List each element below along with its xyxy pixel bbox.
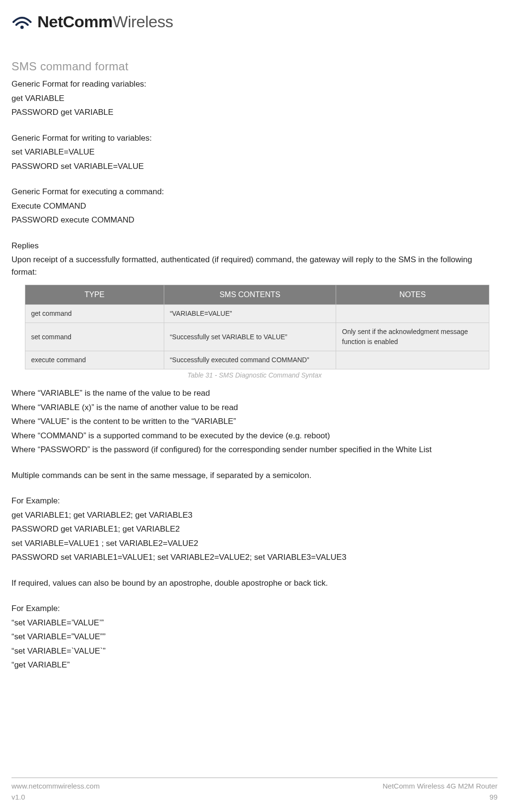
example-line: “set VARIABLE=”VALUE”” xyxy=(11,631,498,643)
where-line: Where “VARIABLE” is the name of the valu… xyxy=(11,387,498,400)
replies-body: Upon receipt of a successfully formatted… xyxy=(11,254,498,278)
where-line: Where “COMMAND” is a supported command t… xyxy=(11,430,498,442)
read-intro: Generic Format for reading variables: xyxy=(11,78,498,90)
read-line-1: get VARIABLE xyxy=(11,92,498,105)
section-heading: SMS command format xyxy=(11,58,498,75)
example-line: “get VARIABLE” xyxy=(11,659,498,671)
th-notes: NOTES xyxy=(336,285,489,305)
table-row: set command “Successfully set VARIABLE t… xyxy=(25,323,489,351)
replies-heading: Replies xyxy=(11,240,498,252)
multi-note: Multiple commands can be sent in the sam… xyxy=(11,469,498,482)
exec-intro: Generic Format for executing a command: xyxy=(11,186,498,198)
footer-right: NetComm Wireless 4G M2M Router 99 xyxy=(383,781,498,802)
exec-line-2: PASSWORD execute COMMAND xyxy=(11,214,498,226)
footer-product: NetComm Wireless 4G M2M Router xyxy=(383,781,498,792)
cell-type: set command xyxy=(25,323,164,351)
footer-url: www.netcommwireless.com xyxy=(11,781,100,792)
cell-contents: “Successfully set VARIABLE to VALUE” xyxy=(164,323,336,351)
th-type: TYPE xyxy=(25,285,164,305)
replies-table: TYPE SMS CONTENTS NOTES get command “VAR… xyxy=(25,285,489,369)
footer-version: v1.0 xyxy=(11,792,100,803)
footer-page: 99 xyxy=(383,792,498,803)
footer-left: www.netcommwireless.com v1.0 xyxy=(11,781,100,802)
table-row: execute command “Successfully executed c… xyxy=(25,351,489,369)
page-footer: www.netcommwireless.com v1.0 NetComm Wir… xyxy=(11,778,498,802)
table-header-row: TYPE SMS CONTENTS NOTES xyxy=(25,285,489,305)
example-line: set VARIABLE=VALUE1 ; set VARIABLE2=VALU… xyxy=(11,537,498,550)
example-line: “set VARIABLE=’VALUE’” xyxy=(11,617,498,629)
write-line-2: PASSWORD set VARIABLE=VALUE xyxy=(11,160,498,173)
svg-point-0 xyxy=(21,25,24,29)
brand-bold: NetComm xyxy=(37,12,113,31)
example-line: get VARIABLE1; get VARIABLE2; get VARIAB… xyxy=(11,509,498,522)
write-line-1: set VARIABLE=VALUE xyxy=(11,146,498,158)
brand-logo: NetCommWireless xyxy=(11,10,498,34)
table-row: get command “VARIABLE=VALUE” xyxy=(25,305,489,323)
example-line: PASSWORD get VARIABLE1; get VARIABLE2 xyxy=(11,523,498,535)
bound-note: If required, values can also be bound by… xyxy=(11,577,498,590)
brand-thin: Wireless xyxy=(113,12,173,31)
where-line: Where “PASSWORD” is the password (if con… xyxy=(11,444,498,456)
brand-text: NetCommWireless xyxy=(37,10,173,34)
th-contents: SMS CONTENTS xyxy=(164,285,336,305)
where-line: Where “VALUE” is the content to be writt… xyxy=(11,415,498,428)
table-caption: Table 31 - SMS Diagnostic Command Syntax xyxy=(11,370,498,380)
cell-contents: “VARIABLE=VALUE” xyxy=(164,305,336,323)
cell-type: get command xyxy=(25,305,164,323)
cell-notes xyxy=(336,351,489,369)
where-line: Where “VARIABLE (x)” is the name of anot… xyxy=(11,401,498,414)
cell-notes: Only sent if the acknowledgment message … xyxy=(336,323,489,351)
cell-contents: “Successfully executed command COMMAND” xyxy=(164,351,336,369)
example-1-heading: For Example: xyxy=(11,495,498,507)
read-line-2: PASSWORD get VARIABLE xyxy=(11,106,498,119)
cell-type: execute command xyxy=(25,351,164,369)
example-line: PASSWORD set VARIABLE1=VALUE1; set VARIA… xyxy=(11,551,498,564)
wifi-icon xyxy=(11,11,33,33)
example-2-heading: For Example: xyxy=(11,602,498,615)
example-line: “set VARIABLE=`VALUE`” xyxy=(11,645,498,657)
write-intro: Generic Format for writing to variables: xyxy=(11,132,498,145)
exec-line-1: Execute COMMAND xyxy=(11,200,498,212)
cell-notes xyxy=(336,305,489,323)
